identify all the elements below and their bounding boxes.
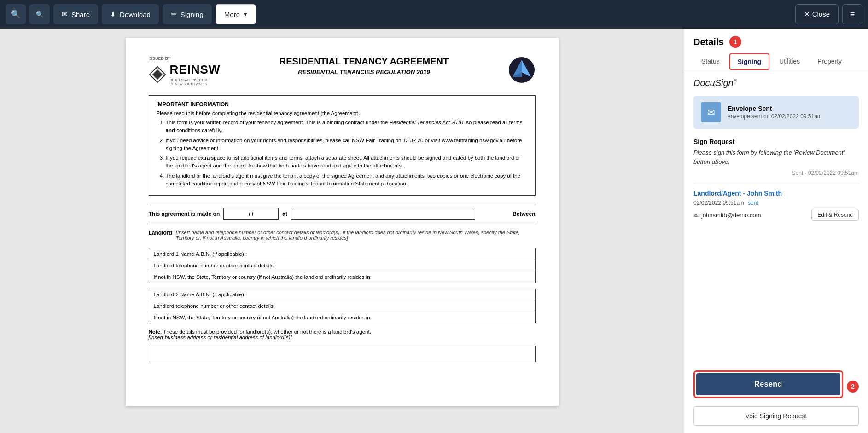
note-text: These details must be provided for landl… (163, 329, 371, 335)
envelope-info: Envelope Sent envelope sent on 02/02/202… (728, 105, 822, 120)
landlord2-abn-label: A.B.N. (if applicable) : (196, 292, 247, 297)
list-item: If you need advice or information on you… (166, 137, 528, 153)
panel-header: Details 1 (684, 29, 868, 48)
landlord1-state-row: If not in NSW, the State, Territory or c… (149, 271, 535, 283)
doc-subtitle: RESIDENTIAL TENANCIES REGULATION 2019 (230, 69, 499, 75)
landlord2-state-row: If not in NSW, the State, Territory or c… (149, 312, 535, 323)
close-button[interactable]: ✕ Close (795, 4, 839, 24)
toolbar-right: ✕ Close ≡ (795, 4, 862, 24)
doc-header: ISSUED BY REINSW REAL ESTATE INSTITUTEOF… (149, 56, 536, 86)
reinsw-diamond-icon (149, 66, 166, 83)
toolbar: 🔍 🔍 ✉ Share ⬇ Download ✏ Signing More ▾ … (0, 0, 868, 29)
between-label: Between (513, 211, 535, 217)
landlord2-tel-row: Landlord telephone number or other conta… (149, 300, 535, 312)
note-bold: Note. (149, 329, 162, 335)
signing-button[interactable]: ✏ Signing (163, 4, 212, 24)
main-content: ISSUED BY REINSW REAL ESTATE INSTITUTEOF… (0, 29, 868, 433)
tab-property[interactable]: Property (810, 53, 850, 70)
note-italic: [Insert business address or residential … (149, 335, 292, 340)
void-signing-button[interactable]: Void Signing Request (693, 406, 859, 426)
envelope-sub: envelope sent on 02/02/2022 09:51am (728, 113, 822, 120)
landlord2-tel-label: Landlord telephone number or other conta… (154, 303, 275, 309)
email-icon: ✉ (693, 212, 699, 219)
signer-name[interactable]: Landlord/Agent - John Smith (693, 190, 859, 197)
navi-logo (508, 56, 536, 85)
important-intro: Please read this before completing the r… (157, 110, 528, 116)
bottom-field (149, 346, 536, 362)
more-button[interactable]: More ▾ (216, 4, 256, 24)
agreement-made-label: This agreement is made on (149, 211, 220, 217)
landlord1-table: Landlord 1 Name: A.B.N. (if applicable) … (149, 248, 536, 283)
document-page: ISSUED BY REINSW REAL ESTATE INSTITUTEOF… (126, 38, 559, 406)
document-area[interactable]: ISSUED BY REINSW REAL ESTATE INSTITUTEOF… (0, 29, 684, 433)
signer-status-badge: sent (748, 200, 758, 206)
download-icon: ⬇ (110, 10, 116, 18)
landlord2-state-label: If not in NSW, the State, Territory or c… (154, 315, 372, 320)
doc-main-title: RESIDENTIAL TENANCY AGREEMENT (230, 56, 499, 67)
reinsw-name: REINSW (170, 63, 221, 77)
share-icon: ✉ (62, 10, 68, 18)
landlord1-name-label: Landlord 1 Name: (154, 251, 196, 257)
signer-email: ✉ johnsmith@demo.com (693, 212, 761, 219)
envelope-card: ✉ Envelope Sent envelope sent on 02/02/2… (693, 96, 859, 129)
landlord1-tel-row: Landlord telephone number or other conta… (149, 260, 535, 271)
landlord-label: Landlord (149, 230, 172, 242)
landlord1-state-label: If not in NSW, the State, Territory or c… (154, 274, 372, 280)
right-panel: Details 1 Status Signing Utilities Prope… (684, 29, 868, 433)
badge-1: 1 (729, 36, 741, 48)
at-field[interactable] (291, 208, 475, 220)
envelope-icon: ✉ (701, 102, 721, 122)
panel-body: DocuSign® ✉ Envelope Sent envelope sent … (684, 70, 868, 370)
resend-section: Resend 2 Void Signing Request (684, 370, 868, 433)
issued-by-label: ISSUED BY (149, 56, 221, 61)
signer-datetime: 02/02/2022 09:51am (693, 200, 744, 206)
resend-button[interactable]: Resend (696, 373, 840, 395)
landlord1-abn-label: A.B.N. (if applicable) : (196, 251, 247, 257)
landlord2-name-row: Landlord 2 Name: A.B.N. (if applicable) … (149, 289, 535, 300)
landlord2-table: Landlord 2 Name: A.B.N. (if applicable) … (149, 289, 536, 323)
landlord-instruction: [Insert name and telephone number or oth… (176, 230, 536, 241)
sign-request-text: Please sign this form by following the '… (693, 148, 859, 166)
at-label: at (282, 211, 287, 217)
note-section: Note. These details must be provided for… (149, 329, 536, 340)
sign-request-sent: Sent - 02/02/2022 09:51am (693, 170, 859, 176)
list-item: If you require extra space to list addit… (166, 154, 528, 170)
hamburger-menu-button[interactable]: ≡ (842, 4, 862, 24)
tab-signing[interactable]: Signing (729, 53, 769, 70)
agreement-made-row: This agreement is made on / / at Between (149, 204, 536, 224)
reinsw-subtitle: REAL ESTATE INSTITUTEOF NEW SOUTH WALES (170, 78, 221, 86)
doc-title-area: RESIDENTIAL TENANCY AGREEMENT RESIDENTIA… (221, 56, 508, 75)
tab-status[interactable]: Status (693, 53, 728, 70)
chevron-down-icon: ▾ (244, 10, 247, 18)
panel-tabs: Status Signing Utilities Property (684, 48, 868, 70)
panel-title: Details (693, 37, 724, 47)
badge-2: 2 (847, 381, 859, 393)
date-field[interactable]: / / (223, 208, 279, 220)
download-button[interactable]: ⬇ Download (102, 4, 159, 24)
landlord2-name-label: Landlord 2 Name: (154, 292, 196, 297)
sign-request: Sign Request Please sign this form by fo… (693, 138, 859, 176)
signer-email-row: ✉ johnsmith@demo.com Edit & Resend (693, 209, 859, 221)
tab-utilities[interactable]: Utilities (771, 53, 808, 70)
docusign-logo: DocuSign® (693, 78, 859, 88)
divider (693, 184, 859, 184)
important-info-box: IMPORTANT INFORMATION Please read this b… (149, 95, 536, 196)
share-button[interactable]: ✉ Share (53, 4, 98, 24)
zoom-out-icon: 🔍 (36, 11, 44, 18)
doc-logo-area: ISSUED BY REINSW REAL ESTATE INSTITUTEOF… (149, 56, 221, 86)
signer-status-row: 02/02/2022 09:51am sent (693, 200, 859, 206)
landlord1-tel-label: Landlord telephone number or other conta… (154, 263, 275, 268)
svg-marker-1 (152, 69, 163, 80)
zoom-in-icon: 🔍 (11, 9, 21, 19)
zoom-out-button[interactable]: 🔍 (29, 4, 50, 24)
pen-icon: ✏ (171, 10, 177, 18)
hamburger-icon: ≡ (850, 10, 855, 19)
resend-button-wrapper: Resend (693, 370, 843, 398)
sign-request-title: Sign Request (693, 138, 859, 145)
landlord1-name-row: Landlord 1 Name: A.B.N. (if applicable) … (149, 248, 535, 260)
reinsw-logo: REINSW REAL ESTATE INSTITUTEOF NEW SOUTH… (149, 63, 221, 86)
zoom-in-button[interactable]: 🔍 (6, 4, 26, 24)
list-item: The landlord or the landlord's agent mus… (166, 172, 528, 188)
important-heading: IMPORTANT INFORMATION (157, 101, 528, 108)
edit-resend-button[interactable]: Edit & Resend (811, 209, 859, 221)
